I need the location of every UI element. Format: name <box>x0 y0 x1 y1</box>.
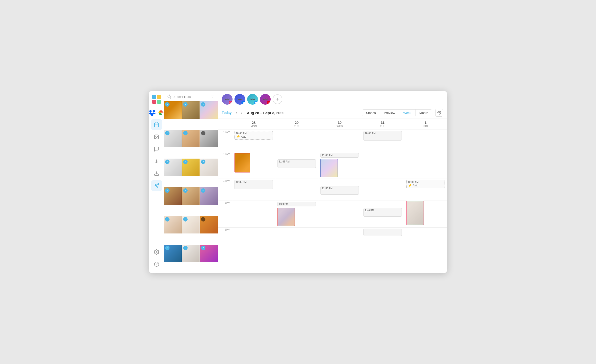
tab-stories[interactable]: Stories <box>362 110 380 116</box>
cell-fri-1pm[interactable] <box>404 201 447 227</box>
cell-thu-10am[interactable]: 10:00 AM <box>361 130 404 152</box>
cell-wed-11am[interactable]: 11:00 AM <box>318 152 361 179</box>
cell-mon-12pm[interactable]: 12:35 PM <box>232 179 275 201</box>
today-button[interactable]: Today <box>222 111 232 115</box>
media-check-icon[interactable]: ✓ <box>165 131 170 135</box>
media-grid-item[interactable]: ✓ <box>200 187 218 205</box>
media-grid-item[interactable]: ✓ <box>164 216 182 234</box>
event-fri-12am-auto[interactable]: 12:00 AM ⚡ Auto <box>406 180 445 188</box>
calendar-settings-button[interactable] <box>435 109 443 117</box>
event-fri-1pm-image[interactable] <box>406 201 424 225</box>
media-grid-item[interactable]: ✓ <box>182 130 200 148</box>
filter-icon[interactable] <box>210 94 215 99</box>
media-check-icon[interactable]: ✓ <box>183 246 188 250</box>
cell-tue-12pm[interactable] <box>275 179 318 201</box>
sidebar-item-comments[interactable] <box>151 144 162 154</box>
media-grid-item[interactable]: ✓ <box>164 159 182 176</box>
media-check-icon[interactable]: ✓ <box>183 102 188 107</box>
media-check-icon[interactable]: ✓ <box>183 188 188 193</box>
cell-thu-12pm[interactable] <box>361 179 404 201</box>
media-grid-item[interactable]: ✓ <box>164 101 182 119</box>
cell-mon-2pm[interactable] <box>232 227 275 249</box>
svg-point-24 <box>231 102 231 102</box>
sidebar-item-analytics[interactable] <box>151 156 162 167</box>
cell-tue-1pm[interactable]: 1:00 PM <box>275 201 318 227</box>
star-icon[interactable] <box>167 94 171 99</box>
media-grid-item[interactable]: ✓ <box>182 101 200 119</box>
media-grid-item[interactable]: ✓ <box>182 245 200 262</box>
account-pinterest[interactable]: 〰️ P <box>260 94 271 105</box>
prev-week-button[interactable]: ‹ <box>234 110 239 115</box>
add-account-button[interactable]: + <box>273 94 282 104</box>
media-check-icon[interactable]: ✓ <box>183 217 188 222</box>
media-grid-item[interactable]: ✓ <box>164 245 182 262</box>
tab-preview[interactable]: Preview <box>380 110 399 116</box>
event-thu-1pm[interactable]: 1:40 PM <box>363 208 402 217</box>
event-thu-2pm-empty[interactable] <box>363 229 402 236</box>
event-mon-11am-image[interactable] <box>234 153 250 172</box>
cell-mon-10am[interactable]: 10:00 AM ⚡ Auto <box>232 130 275 152</box>
event-tue-1pm-image[interactable] <box>277 208 295 226</box>
event-wed-11am-image[interactable] <box>320 159 338 177</box>
cell-wed-2pm[interactable] <box>318 227 361 249</box>
media-grid-item[interactable]: ✓ <box>200 101 218 119</box>
media-grid-item[interactable]: ✓ <box>182 187 200 205</box>
media-grid-item[interactable]: ✓ <box>182 159 200 176</box>
sidebar-item-calendar[interactable] <box>151 119 162 130</box>
media-check-icon[interactable]: ✓ <box>183 160 188 164</box>
media-grid-item[interactable]: ✓ <box>164 187 182 205</box>
media-check-icon[interactable] <box>201 131 205 135</box>
media-grid-item[interactable] <box>200 216 218 234</box>
account-twitter[interactable]: 〰️ <box>247 94 258 105</box>
sidebar-item-media[interactable] <box>151 131 162 142</box>
cell-thu-2pm[interactable] <box>361 227 404 249</box>
tab-week[interactable]: Week <box>399 110 415 116</box>
event-tue-11am[interactable]: 11:45 AM <box>277 159 316 168</box>
next-week-button[interactable]: › <box>240 110 244 115</box>
media-check-icon[interactable]: ✓ <box>165 217 170 222</box>
google-drive-icon[interactable] <box>158 109 164 117</box>
cell-mon-11am[interactable] <box>232 152 275 179</box>
tab-month[interactable]: Month <box>415 110 432 116</box>
event-wed-12pm[interactable]: 12:50 PM <box>320 186 359 195</box>
event-tue-1pm-label[interactable]: 1:00 PM <box>277 202 316 206</box>
account-facebook[interactable]: 〰️ f <box>234 94 245 105</box>
dropbox-icon[interactable] <box>149 109 156 117</box>
cell-tue-11am[interactable]: 11:45 AM <box>275 152 318 179</box>
cell-tue-10am[interactable] <box>275 130 318 152</box>
cell-wed-1pm[interactable] <box>318 201 361 222</box>
media-check-icon[interactable]: ✓ <box>165 102 170 107</box>
cell-tue-2pm[interactable] <box>275 227 318 249</box>
app-logo[interactable] <box>152 94 161 104</box>
cell-thu-11am[interactable] <box>361 152 404 174</box>
account-instagram[interactable]: 〰️ <box>222 94 233 105</box>
event-mon-12pm[interactable]: 12:35 PM <box>234 180 273 189</box>
cell-mon-1pm[interactable] <box>232 201 275 222</box>
calendar-row-1pm: 1PM 1:00 PM 1:40 PM <box>218 201 447 227</box>
media-grid-item[interactable]: ✓ <box>182 216 200 234</box>
media-grid-item[interactable]: ✓ <box>164 130 182 148</box>
media-check-icon[interactable] <box>201 217 205 222</box>
cell-wed-10am[interactable] <box>318 130 361 152</box>
sidebar-item-help[interactable] <box>151 259 162 270</box>
media-panel: Show Filters ✓✓✓✓✓✓✓✓✓✓✓✓✓✓✓✓ <box>164 91 218 273</box>
event-mon-10am-auto[interactable]: 10:00 AM ⚡ Auto <box>234 131 273 140</box>
sidebar-item-settings[interactable] <box>151 247 162 257</box>
cell-fri-10am[interactable] <box>404 130 447 152</box>
media-grid-item[interactable] <box>200 130 218 148</box>
media-check-icon[interactable]: ✓ <box>165 188 170 193</box>
media-check-icon[interactable]: ✓ <box>183 131 188 135</box>
media-grid-item[interactable]: ✓ <box>200 159 218 176</box>
event-wed-11am-label[interactable]: 11:00 AM <box>320 153 359 158</box>
time-label-1pm: 1PM <box>218 201 232 222</box>
cell-fri-11am[interactable] <box>404 152 447 174</box>
sidebar-item-download[interactable] <box>151 168 162 179</box>
event-thu-10am[interactable]: 10:00 AM <box>363 131 402 141</box>
cell-fri-12pm[interactable]: 12:00 AM ⚡ Auto <box>404 179 447 201</box>
nav-arrows: ‹ › <box>234 110 244 115</box>
cell-thu-1pm[interactable]: 1:40 PM <box>361 201 404 222</box>
cell-wed-12pm[interactable]: 12:50 PM <box>318 179 361 201</box>
sidebar-item-publish[interactable] <box>151 180 162 191</box>
media-grid-item[interactable]: ✓ <box>200 245 218 262</box>
cell-fri-2pm[interactable] <box>404 227 447 249</box>
